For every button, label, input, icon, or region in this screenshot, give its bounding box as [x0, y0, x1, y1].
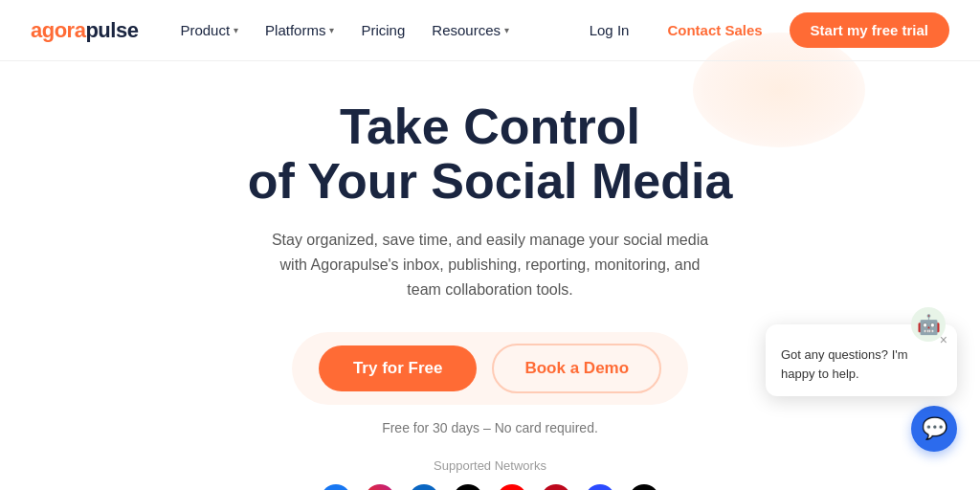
chat-icon: 💬	[922, 416, 947, 441]
nav-item-product[interactable]: Product ▾	[168, 14, 250, 46]
social-icon-pinterest[interactable]: P	[541, 484, 571, 490]
chevron-down-icon: ▾	[504, 25, 509, 35]
social-icon-youtube[interactable]	[497, 484, 527, 490]
social-icon-linkedin[interactable]: in	[409, 484, 439, 490]
social-icon-facebook[interactable]: f	[321, 484, 351, 490]
navbar: agorapulse Product ▾ Platforms ▾ Pricing…	[0, 0, 980, 61]
social-icon-buffer[interactable]	[585, 484, 615, 490]
trial-note: Free for 30 days – No card required.	[382, 420, 598, 435]
chevron-down-icon: ▾	[329, 25, 334, 35]
chat-widget: 🤖 × Got any questions? I'm happy to help…	[766, 324, 957, 452]
close-icon[interactable]: ×	[940, 332, 947, 347]
contact-sales-button[interactable]: Contact Sales	[656, 14, 773, 46]
chat-message: Got any questions? I'm happy to help.	[781, 345, 942, 383]
social-icon-instagram[interactable]	[365, 484, 395, 490]
social-icon-twitter-x[interactable]: ✕	[453, 484, 483, 490]
logo[interactable]: agorapulse	[31, 18, 138, 43]
social-icon-tiktok[interactable]	[629, 484, 659, 490]
nav-item-resources[interactable]: Resources ▾	[420, 14, 521, 46]
hero-subtitle: Stay organized, save time, and easily ma…	[270, 228, 710, 301]
nav-right: Log In Contact Sales Start my free trial	[578, 12, 949, 48]
chat-open-button[interactable]: 💬	[911, 406, 957, 452]
nav-item-pricing[interactable]: Pricing	[349, 14, 416, 46]
try-free-button[interactable]: Try for Free	[319, 345, 478, 391]
login-button[interactable]: Log In	[578, 14, 641, 46]
social-networks-list: f in ✕ P	[321, 484, 659, 490]
logo-pulse: pulse	[85, 18, 138, 43]
nav-links: Product ▾ Platforms ▾ Pricing Resources …	[168, 14, 577, 46]
nav-item-platforms[interactable]: Platforms ▾	[254, 14, 345, 46]
start-trial-button[interactable]: Start my free trial	[790, 12, 949, 48]
hero-cta-group: Try for Free Book a Demo	[292, 332, 688, 405]
logo-agora: agora	[31, 18, 85, 43]
book-demo-button[interactable]: Book a Demo	[492, 344, 661, 393]
chevron-down-icon: ▾	[234, 25, 238, 35]
hero-title: Take Control of Your Social Media	[248, 100, 733, 209]
supported-networks-label: Supported Networks	[434, 458, 546, 473]
chat-bubble: 🤖 × Got any questions? I'm happy to help…	[766, 324, 957, 396]
